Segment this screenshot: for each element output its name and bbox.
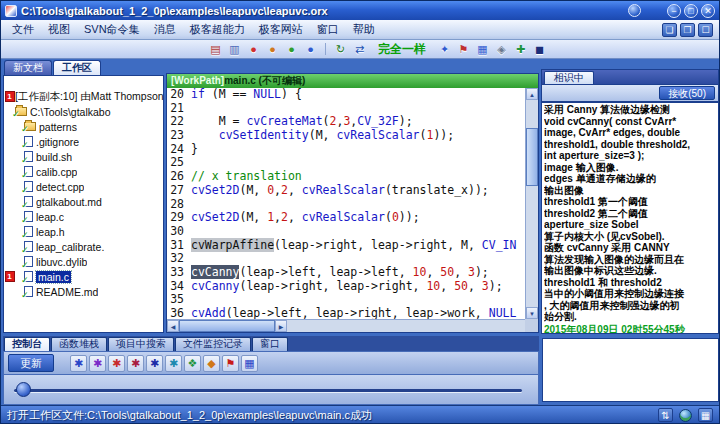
line-number: 35 [167,293,191,307]
code-token: ); [475,265,489,279]
tree-item-label: libuvc.dylib [36,256,87,268]
tree-item[interactable]: ✓libuvc.dylib [4,254,163,269]
tree-item[interactable]: 1✓main.c [4,269,163,284]
record-red-icon[interactable]: ● [245,41,262,57]
stop-navy-icon[interactable]: ◼ [531,41,548,57]
bottom-tab-窗口[interactable]: 窗口 [252,337,288,351]
left-tab-2[interactable]: 工作区 [53,60,101,75]
chat-input-box[interactable] [542,338,719,402]
asterisk-blue-icon[interactable]: ✱ [70,355,87,372]
bottom-tab-函数堆栈[interactable]: 函数堆栈 [51,337,107,351]
flag-red-icon[interactable]: ⚑ [455,41,472,57]
doc-line: threshold1, double threshold2, [544,139,716,151]
code-line: 21 [167,102,525,116]
tree-item-label: leap_calibrate. [36,241,104,253]
receive-button[interactable]: 接收(50) [659,86,715,100]
sync-status-icon[interactable]: ⇅ [658,408,673,422]
menu-item-视图[interactable]: 视图 [41,20,77,39]
asterisk-red-icon[interactable]: ✱ [108,355,125,372]
check-overlay-icon: ✓ [21,124,29,134]
menu-item-极客网站[interactable]: 极客网站 [252,20,310,39]
tree-item[interactable]: ✓leap.c [4,209,163,224]
tree-item[interactable]: ✓C:\Tools\gtalkabo [4,104,163,119]
code-token: (M, [239,183,267,197]
window-title: C:\Tools\gtalkabout_1_2_0p\examples\leap… [21,5,628,17]
layers-icon[interactable]: ❖ [184,355,201,372]
tree-item[interactable]: ✓leap_calibrate. [4,239,163,254]
asterisk-navy-icon[interactable]: ✱ [146,355,163,372]
asterisk-purple-icon[interactable]: ✱ [89,355,106,372]
code-token: if [191,88,205,101]
editor-vertical-scrollbar[interactable]: ▲ ▼ [525,88,538,319]
menu-item-帮助[interactable]: 帮助 [346,20,382,39]
maximize-button[interactable]: □ [684,4,698,18]
scroll-right-icon[interactable]: ▶ [275,320,287,332]
record-blue-icon[interactable]: ● [302,41,319,57]
tree-item[interactable]: ✓build.sh [4,149,163,164]
tree-item[interactable]: 1[工作副本:10] 由Matt Thompson [4,89,163,104]
scroll-down-icon[interactable]: ▼ [526,307,538,319]
bottom-tab-控制台[interactable]: 控制台 [4,337,50,351]
tile-windows-icon[interactable]: ❐ [680,23,695,37]
console-toolbar-icons: ✱✱✱✱✱✱❖◆⚑▦ [70,355,258,372]
check-overlay-icon: ✓ [21,290,29,300]
asterisk-cyan-icon[interactable]: ✱ [165,355,182,372]
code-token: cvRealScalar [302,210,385,224]
scroll-left-icon[interactable]: ◀ [167,320,179,332]
tree-item[interactable]: ✓.gitignore [4,134,163,149]
menu-item-SVN命令集[interactable]: SVN命令集 [77,20,147,39]
plus-green-icon[interactable]: ✚ [512,41,529,57]
bottom-tab-项目中搜索[interactable]: 项目中搜索 [108,337,174,351]
code-token: , [426,265,440,279]
close-document-icon[interactable]: ☐ [698,23,713,37]
grid-blue-icon[interactable]: ▦ [474,41,491,57]
tree-item[interactable]: ✓gtalkabout.md [4,194,163,209]
chat-message-area[interactable]: 采用 Canny 算法做边缘检测void cvCanny( const CvAr… [541,102,719,334]
globe-icon[interactable] [679,409,692,422]
tree-item[interactable]: ✓calib.cpp [4,164,163,179]
bottom-tab-文件监控记录[interactable]: 文件监控记录 [175,337,251,351]
notification-orb-icon[interactable] [628,4,641,17]
swap-icon[interactable]: ⇄ [351,41,368,57]
code-area[interactable]: 20if (M == NULL) {2122 M = cvCreateMat(2… [167,88,525,319]
minimize-button[interactable]: − [667,4,681,18]
code-token: 3 [482,279,489,293]
new-doc-icon[interactable]: ▤ [207,41,224,57]
title-bar[interactable]: C:\Tools\gtalkabout_1_2_0p\examples\leap… [1,1,719,20]
record-green-icon[interactable]: ● [283,41,300,57]
left-tab-1[interactable]: 新文档 [4,60,52,75]
vertical-scroll-thumb[interactable] [526,128,538,186]
asterisk-crimson-icon[interactable]: ✱ [127,355,144,372]
menu-item-极客超能力[interactable]: 极客超能力 [183,20,252,39]
tree-item[interactable]: ✓leap.h [4,224,163,239]
flag-icon[interactable]: ⚑ [222,355,239,372]
update-button[interactable]: 更新 [8,354,54,372]
grid-status-icon[interactable]: ▦ [698,408,713,422]
diamond-gray-icon[interactable]: ◈ [493,41,510,57]
star-icon[interactable]: ✦ [436,41,453,57]
tree-item[interactable]: ✓patterns [4,119,163,134]
editor-panel: [WorkPath]main.c (不可编辑) 20if (M == NULL)… [166,73,539,333]
horizontal-scroll-thumb[interactable] [179,320,275,332]
chart-icon[interactable]: ▦ [241,355,258,372]
tab-chat[interactable]: 相识中 [544,71,594,84]
tree-item[interactable]: ✓README.md [4,284,163,299]
close-button[interactable]: ✕ [701,4,715,18]
doc-line: image 输入图像. [544,162,716,174]
copy-doc-icon[interactable]: ▥ [226,41,243,57]
h-slider-track[interactable] [14,389,522,392]
code-token: (translate_x)); [385,183,489,197]
tree-item[interactable]: ✓detect.cpp [4,179,163,194]
editor-horizontal-scrollbar[interactable]: ◀ ▶ [167,319,525,332]
cascade-windows-icon[interactable]: ❏ [662,23,677,37]
menu-item-文件[interactable]: 文件 [5,20,41,39]
refresh-icon[interactable]: ↻ [332,41,349,57]
menu-item-消息[interactable]: 消息 [147,20,183,39]
record-orange-icon[interactable]: ● [264,41,281,57]
scroll-up-icon[interactable]: ▲ [526,88,538,100]
h-slider-handle[interactable] [16,382,31,397]
check-overlay-icon: ✓ [21,185,29,195]
code-token: , [288,183,302,197]
palette-icon[interactable]: ◆ [203,355,220,372]
menu-item-窗口[interactable]: 窗口 [310,20,346,39]
